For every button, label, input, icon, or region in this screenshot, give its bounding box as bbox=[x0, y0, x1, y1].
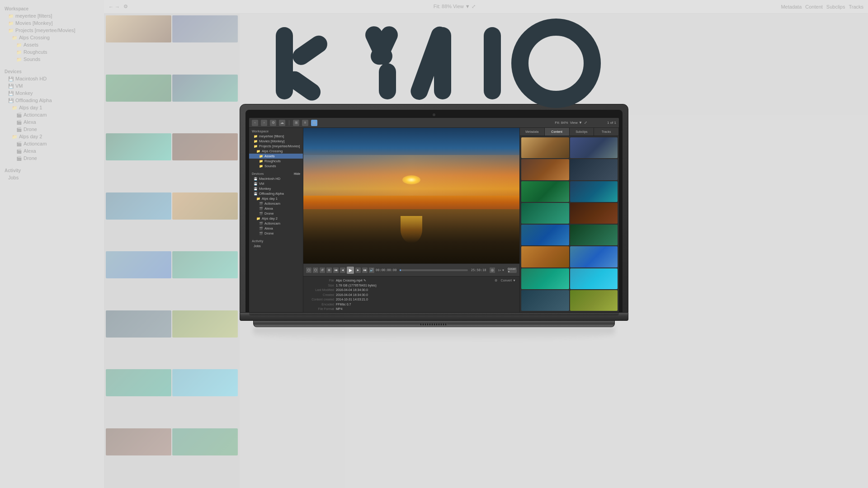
right-panel-tabs: Metadata Content Subclips Tracks bbox=[520, 128, 619, 136]
workspace-section: Workspace bbox=[249, 128, 303, 134]
thumb-11[interactable] bbox=[521, 246, 569, 267]
sidebar-vm[interactable]: 💾 VM bbox=[249, 181, 303, 186]
app-center: ⬡ ⬡ ↺ ⊕ ⏮ ◄ ▶ ► ⏭ 🔊 bbox=[303, 128, 519, 312]
laptop-lid: ‹ › ⚙ ☁ ⊞ ≡ ⊟ Fit: 84% View ▼ bbox=[240, 104, 628, 313]
laptop-outer: ‹ › ⚙ ☁ ⊞ ≡ ⊟ Fit: 84% View ▼ bbox=[240, 104, 628, 341]
created-value: 2016-04-04 16:34:30.0 bbox=[336, 293, 368, 298]
sidebar-alps1-action[interactable]: 🎬 Actioncam bbox=[249, 201, 303, 206]
file-value: Alps Crossing.mp4 ✎ bbox=[336, 278, 366, 283]
thumb-1[interactable] bbox=[521, 137, 569, 158]
thumbnail-grid bbox=[520, 136, 619, 312]
sidebar-alps-crossing[interactable]: 📁 Alps Crossing bbox=[249, 149, 303, 154]
duration-label: Duration bbox=[307, 312, 334, 313]
thumb-14[interactable] bbox=[570, 268, 618, 289]
settings-btn[interactable]: ⚙ bbox=[270, 120, 276, 126]
svg-rect-0 bbox=[276, 27, 293, 99]
laptop-screen: ‹ › ⚙ ☁ ⊞ ≡ ⊟ Fit: 84% View ▼ bbox=[249, 118, 619, 312]
sidebar-projects[interactable]: 📁 Projects [meyertee/Movies] bbox=[249, 144, 303, 149]
sidebar-meyertee[interactable]: 📁 meyertee [filters] bbox=[249, 134, 303, 139]
convert-dropdown[interactable]: Convert ▼ bbox=[501, 278, 516, 283]
sidebar-macintosh[interactable]: 💾 Macintosh HD bbox=[249, 176, 303, 181]
thumb-10[interactable] bbox=[570, 225, 618, 245]
step-fwd-btn[interactable]: ⏭ bbox=[362, 267, 368, 273]
rate-label: 1× ▼ bbox=[498, 269, 505, 272]
sidebar-roughcuts[interactable]: 📁 Roughcuts bbox=[249, 159, 303, 164]
sidebar-alps2-drone[interactable]: 🎬 Drone bbox=[249, 231, 303, 236]
play-btn[interactable]: ▶ bbox=[347, 267, 354, 274]
file-label: File bbox=[307, 278, 334, 283]
laptop-base bbox=[240, 313, 628, 321]
fit-label: Fit: 84% bbox=[555, 121, 568, 125]
content-created-label: Content created bbox=[307, 297, 334, 302]
thumb-13[interactable] bbox=[521, 268, 569, 289]
view-label[interactable]: View ▼ bbox=[570, 121, 582, 125]
cloud-btn[interactable]: ☁ bbox=[279, 120, 285, 126]
thumb-8[interactable] bbox=[570, 203, 618, 224]
grid1-btn[interactable]: ⊞ bbox=[293, 120, 299, 126]
sidebar-alps1-drone[interactable]: 🎬 Drone bbox=[249, 211, 303, 216]
count-info: 1 of 1 bbox=[607, 121, 616, 125]
thumb-4[interactable] bbox=[570, 159, 618, 180]
grid3-btn[interactable]: ⊟ bbox=[311, 120, 317, 126]
loop-btn[interactable]: ↺ bbox=[320, 267, 325, 273]
encoded-label: Encoded bbox=[307, 302, 334, 307]
thumb-5[interactable] bbox=[521, 181, 569, 202]
tab-tracks[interactable]: Tracks bbox=[594, 128, 619, 136]
foreground-content: ‹ › ⚙ ☁ ⊞ ≡ ⊟ Fit: 84% View ▼ bbox=[0, 0, 868, 488]
thumb-6[interactable] bbox=[570, 181, 618, 202]
svg-rect-1 bbox=[289, 32, 330, 68]
laptop-reflection bbox=[253, 327, 615, 341]
sidebar-assets[interactable]: 📁 Assets bbox=[249, 154, 303, 159]
thumb-16[interactable] bbox=[570, 290, 618, 311]
volume-btn[interactable]: ◎ bbox=[490, 267, 495, 273]
devices-section: Devices Hide bbox=[249, 170, 303, 176]
settings-icon[interactable]: ⚙ bbox=[495, 278, 497, 283]
sidebar-movies[interactable]: 📁 Movies [Monkey] bbox=[249, 139, 303, 144]
thumb-7[interactable] bbox=[521, 203, 569, 224]
sidebar-sounds[interactable]: 📁 Sounds bbox=[249, 164, 303, 169]
sidebar-monkey[interactable]: 💾 Monkey bbox=[249, 186, 303, 191]
metadata-bar: File Alps Crossing.mp4 ✎ ⚙ Convert ▼ Siz… bbox=[303, 276, 519, 312]
app-right-panel: Metadata Content Subclips Tracks bbox=[519, 128, 619, 312]
app-ui: ‹ › ⚙ ☁ ⊞ ≡ ⊟ Fit: 84% View ▼ bbox=[249, 118, 619, 312]
thumb-9[interactable] bbox=[521, 225, 569, 245]
tab-content[interactable]: Content bbox=[545, 128, 570, 136]
sidebar-alps2[interactable]: 📁 Alps day 2 bbox=[249, 216, 303, 221]
tab-subclips[interactable]: Subclips bbox=[570, 128, 594, 136]
grid2-btn[interactable]: ≡ bbox=[302, 120, 308, 126]
fullscreen-btn[interactable]: ⤢ bbox=[584, 121, 587, 125]
thumb-3[interactable] bbox=[521, 159, 569, 180]
svg-point-9 bbox=[520, 27, 592, 99]
app-sidebar: Workspace 📁 meyertee [filters] 📁 Movies … bbox=[249, 128, 303, 312]
tab-metadata[interactable]: Metadata bbox=[520, 128, 545, 136]
mark-in-btn[interactable]: ⬡ bbox=[306, 267, 311, 273]
timeline[interactable] bbox=[400, 269, 467, 271]
created-label: Created bbox=[307, 293, 334, 298]
thumb-2[interactable] bbox=[570, 137, 618, 158]
app-toolbar: ‹ › ⚙ ☁ ⊞ ≡ ⊟ Fit: 84% View ▼ bbox=[249, 118, 619, 128]
thumb-15[interactable] bbox=[521, 290, 569, 311]
fwd-btn[interactable]: › bbox=[261, 120, 267, 126]
sidebar-offloading[interactable]: 💾 Offloading Alpha bbox=[249, 191, 303, 196]
mute-btn[interactable]: 🔊 bbox=[369, 267, 374, 273]
frame-fwd-btn[interactable]: ► bbox=[355, 267, 361, 273]
back-btn[interactable]: ‹ bbox=[252, 120, 258, 126]
convert-btn[interactable]: Convert ▼ bbox=[508, 267, 517, 273]
size-label: Size bbox=[307, 283, 334, 288]
step-back-btn[interactable]: ⏮ bbox=[333, 267, 339, 273]
sidebar-alps1[interactable]: 📁 Alps day 1 bbox=[249, 196, 303, 201]
sidebar-alps1-alexa[interactable]: 🎬 Alexa bbox=[249, 206, 303, 211]
playback-controls: ⬡ ⬡ ↺ ⊕ ⏮ ◄ ▶ ► ⏭ 🔊 bbox=[303, 263, 519, 276]
sidebar-alps2-action[interactable]: 🎬 Actioncam bbox=[249, 221, 303, 226]
sidebar-jobs[interactable]: Jobs bbox=[249, 244, 303, 249]
thumb-12[interactable] bbox=[570, 246, 618, 267]
svg-rect-5 bbox=[379, 63, 396, 99]
laptop-bezel: ‹ › ⚙ ☁ ⊞ ≡ ⊟ Fit: 84% View ▼ bbox=[245, 110, 623, 312]
frame-back-btn[interactable]: ◄ bbox=[340, 267, 345, 273]
duration-value: 00:25:50:18 bbox=[336, 312, 353, 313]
video-preview[interactable] bbox=[303, 128, 519, 263]
mark-out-btn[interactable]: ⬡ bbox=[313, 267, 318, 273]
snap-btn[interactable]: ⊕ bbox=[326, 267, 332, 273]
encoded-value: FFMbc 0.7 bbox=[336, 302, 351, 307]
sidebar-alps2-alexa[interactable]: 🎬 Alexa bbox=[249, 226, 303, 231]
